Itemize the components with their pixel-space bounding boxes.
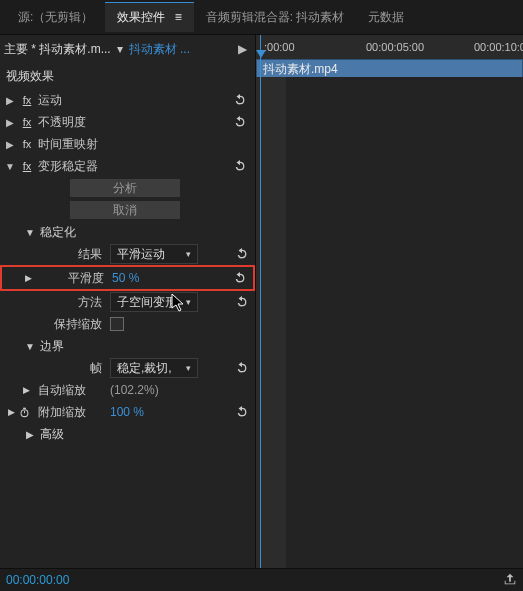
- section-video-effects-label: 视频效果: [6, 68, 54, 85]
- prop-preserve-scale: 保持缩放: [0, 313, 255, 335]
- stopwatch-icon[interactable]: [18, 406, 30, 418]
- result-dropdown-value: 平滑运动: [117, 246, 165, 263]
- effect-controls-panel: 主要 * 抖动素材.m... ▾ 抖动素材 ... ▶ 视频效果 ▶ fx 运动…: [0, 35, 256, 568]
- effect-motion-label: 运动: [38, 92, 62, 109]
- group-border-label: 边界: [40, 338, 64, 355]
- reset-button[interactable]: [229, 93, 251, 108]
- group-advanced-label: 高级: [40, 426, 64, 443]
- group-stabilization[interactable]: ▼ 稳定化: [0, 221, 255, 243]
- clip-title-caret-icon[interactable]: ▾: [117, 42, 123, 56]
- header-play-icon[interactable]: ▶: [233, 40, 251, 58]
- prop-frame: 帧 稳定,裁切, ▾: [0, 357, 255, 379]
- method-dropdown-value: 子空间变形: [117, 294, 177, 311]
- result-dropdown[interactable]: 平滑运动 ▾: [110, 244, 198, 264]
- reset-button[interactable]: [235, 405, 249, 420]
- group-border[interactable]: ▼ 边界: [0, 335, 255, 357]
- time-tick: :00:00: [264, 41, 295, 53]
- playhead-handle-icon[interactable]: [256, 50, 266, 58]
- effect-time-remap-label: 时间重映射: [38, 136, 98, 153]
- twirl-icon[interactable]: ▼: [20, 227, 40, 238]
- effect-warp-stabilizer-label: 变形稳定器: [38, 158, 98, 175]
- caret-down-icon: ▾: [180, 363, 191, 373]
- twirl-icon[interactable]: ▶: [4, 139, 16, 150]
- clip-title: 主要 * 抖动素材.m...: [4, 41, 111, 58]
- tab-effect-controls-label: 效果控件: [117, 10, 165, 24]
- effect-motion[interactable]: ▶ fx 运动: [0, 89, 255, 111]
- smoothness-value[interactable]: 50 %: [112, 271, 139, 285]
- reset-button[interactable]: [229, 115, 251, 130]
- effect-opacity-label: 不透明度: [38, 114, 86, 131]
- twirl-icon[interactable]: ▶: [20, 429, 40, 440]
- prop-addscale: ▶ 附加缩放 100 %: [0, 401, 255, 423]
- method-dropdown[interactable]: 子空间变形 ▾: [110, 292, 198, 312]
- fx-badge-icon[interactable]: fx: [20, 94, 34, 106]
- frame-dropdown[interactable]: 稳定,裁切, ▾: [110, 358, 198, 378]
- clip-header: 主要 * 抖动素材.m... ▾ 抖动素材 ... ▶: [0, 35, 255, 63]
- fx-badge-icon[interactable]: fx: [20, 116, 34, 128]
- time-tick: 00:00:05:00: [366, 41, 424, 53]
- fx-badge-icon[interactable]: fx: [20, 160, 34, 172]
- time-ruler[interactable]: :00:00 00:00:05:00 00:00:10:0: [256, 35, 523, 60]
- twirl-icon[interactable]: ▶: [8, 407, 15, 417]
- frame-dropdown-value: 稳定,裁切,: [117, 360, 172, 377]
- timeline-body: [256, 77, 523, 568]
- timeline-clip[interactable]: 抖动素材.mp4: [256, 59, 523, 79]
- caret-down-icon: ▾: [180, 249, 191, 259]
- fx-badge-icon[interactable]: fx: [20, 138, 34, 150]
- analyze-row: 分析: [0, 177, 255, 199]
- prop-autoscale-label: 自动缩放: [34, 382, 110, 399]
- panel-tab-bar: 源:（无剪辑） 效果控件 ≡ 音频剪辑混合器: 抖动素材 元数据: [0, 0, 523, 35]
- twirl-icon[interactable]: ▼: [20, 341, 40, 352]
- prop-preserve-scale-label: 保持缩放: [34, 316, 110, 333]
- share-icon[interactable]: [503, 572, 517, 589]
- cancel-row: 取消: [0, 199, 255, 221]
- twirl-icon[interactable]: ▼: [4, 161, 16, 172]
- group-advanced[interactable]: ▶ 高级: [0, 423, 255, 445]
- cancel-button[interactable]: 取消: [70, 201, 180, 219]
- reset-button[interactable]: [235, 247, 249, 262]
- twirl-icon[interactable]: ▶: [4, 95, 16, 106]
- prop-method-label: 方法: [34, 294, 110, 311]
- tab-audio-mixer[interactable]: 音频剪辑混合器: 抖动素材: [194, 3, 357, 32]
- prop-smoothness: ▶ 平滑度 50 %: [2, 267, 253, 289]
- twirl-icon[interactable]: ▶: [23, 385, 30, 395]
- prop-method: 方法 子空间变形 ▾: [0, 291, 255, 313]
- twirl-icon[interactable]: ▶: [4, 117, 16, 128]
- time-tick: 00:00:10:0: [474, 41, 523, 53]
- footer-bar: 00:00:00:00: [0, 568, 523, 591]
- twirl-icon[interactable]: ▶: [25, 273, 32, 283]
- reset-button[interactable]: [235, 295, 249, 310]
- preserve-scale-checkbox[interactable]: [110, 317, 124, 331]
- playhead[interactable]: [260, 35, 261, 568]
- tab-effect-controls[interactable]: 效果控件 ≡: [105, 2, 193, 32]
- reset-button[interactable]: [229, 159, 251, 174]
- effect-warp-stabilizer[interactable]: ▼ fx 变形稳定器: [0, 155, 255, 177]
- autoscale-value: (102.2%): [110, 383, 159, 397]
- smoothness-highlight: ▶ 平滑度 50 %: [0, 265, 255, 291]
- svg-rect-1: [23, 407, 26, 408]
- mini-timeline[interactable]: :00:00 00:00:05:00 00:00:10:0 抖动素材.mp4: [256, 35, 523, 568]
- addscale-value[interactable]: 100 %: [110, 405, 144, 419]
- prop-result-label: 结果: [34, 246, 110, 263]
- tab-metadata[interactable]: 元数据: [356, 3, 416, 32]
- prop-result: 结果 平滑运动 ▾: [0, 243, 255, 265]
- prop-smoothness-label: 平滑度: [36, 270, 112, 287]
- current-timecode[interactable]: 00:00:00:00: [6, 573, 69, 587]
- analyze-button[interactable]: 分析: [70, 179, 180, 197]
- timeline-clip-label: 抖动素材.mp4: [263, 61, 338, 78]
- prop-frame-label: 帧: [34, 360, 110, 377]
- prop-autoscale: ▶ 自动缩放 (102.2%): [0, 379, 255, 401]
- section-video-effects: 视频效果: [0, 63, 255, 89]
- reset-button[interactable]: [235, 361, 249, 376]
- group-stabilization-label: 稳定化: [40, 224, 76, 241]
- panel-menu-icon[interactable]: ≡: [175, 10, 182, 24]
- tab-source[interactable]: 源:（无剪辑）: [6, 3, 105, 32]
- sequence-breadcrumb[interactable]: 抖动素材 ...: [129, 41, 190, 58]
- prop-addscale-label: 附加缩放: [34, 404, 110, 421]
- reset-button[interactable]: [233, 271, 247, 286]
- effect-opacity[interactable]: ▶ fx 不透明度: [0, 111, 255, 133]
- caret-down-icon: ▾: [180, 297, 191, 307]
- effect-time-remap[interactable]: ▶ fx 时间重映射: [0, 133, 255, 155]
